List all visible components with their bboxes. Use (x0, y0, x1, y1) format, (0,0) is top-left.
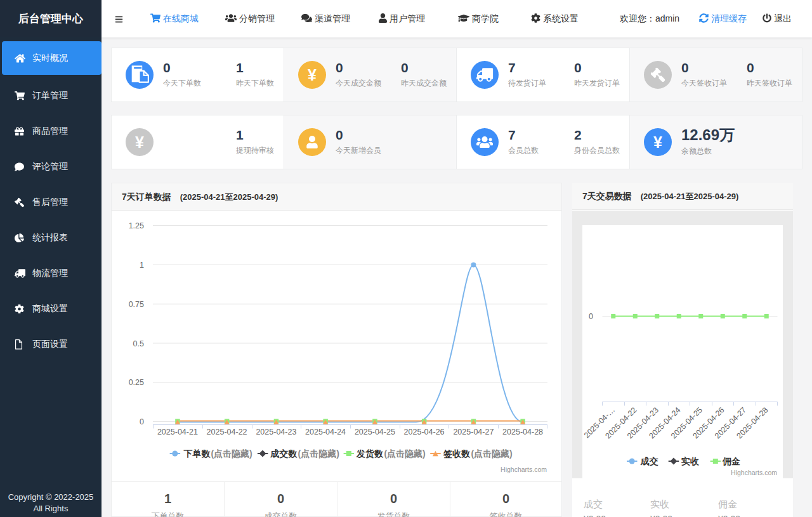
svg-text:签收数: 签收数 (443, 448, 471, 459)
svg-text:发货数: 发货数 (356, 448, 384, 459)
svg-text:2025-04-27: 2025-04-27 (453, 428, 494, 436)
svg-text:(点击隐藏): (点击隐藏) (471, 448, 512, 459)
svg-text:1: 1 (140, 261, 144, 270)
svg-text:2025-04-25: 2025-04-25 (355, 428, 395, 436)
svg-text:1.25: 1.25 (129, 221, 144, 230)
svg-text:(点击隐藏): (点击隐藏) (384, 448, 425, 459)
svg-text:2025-04-24: 2025-04-24 (305, 428, 346, 436)
svg-text:2025-04-23: 2025-04-23 (256, 428, 296, 436)
svg-text:(点击隐藏): (点击隐藏) (211, 448, 252, 459)
svg-text:0: 0 (140, 417, 144, 426)
svg-text:2025-04-26: 2025-04-26 (404, 428, 445, 436)
svg-text:(点击隐藏): (点击隐藏) (298, 448, 339, 459)
svg-text:0.75: 0.75 (129, 300, 144, 309)
svg-text:2025-04-22: 2025-04-22 (207, 428, 247, 436)
svg-text:Highcharts.com: Highcharts.com (731, 469, 777, 476)
svg-text:2025-04-28: 2025-04-28 (502, 428, 543, 436)
svg-text:佣金: 佣金 (722, 456, 740, 466)
svg-text:下单数: 下单数 (183, 448, 211, 459)
svg-text:成交数: 成交数 (270, 448, 298, 459)
svg-text:Highcharts.com: Highcharts.com (501, 466, 547, 473)
svg-text:0.25: 0.25 (129, 378, 144, 387)
svg-text:0.5: 0.5 (133, 339, 144, 348)
svg-text:实收: 实收 (681, 456, 700, 466)
svg-text:0: 0 (589, 312, 593, 321)
svg-text:成交: 成交 (640, 456, 658, 466)
svg-text:2025-04-21: 2025-04-21 (157, 428, 198, 436)
